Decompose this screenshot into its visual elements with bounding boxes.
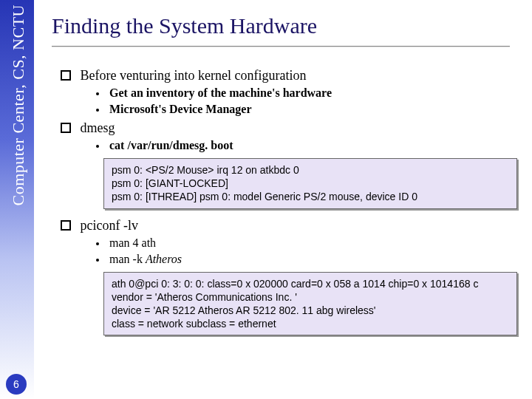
dot-bullet-icon xyxy=(96,92,99,95)
subbullet-text-italic: Atheros xyxy=(146,253,182,265)
bullet-text: dmesg xyxy=(81,120,115,135)
slide: Computer Center, CS, NCTU 6 Finding the … xyxy=(0,0,532,399)
subbullet-text-bold: /var/run/dmesg. boot xyxy=(127,139,233,151)
output-box-pciconf: ath 0@pci 0: 3: 0: 0: class=0 x 020000 c… xyxy=(103,272,517,336)
subbullet-text-prefix: cat xyxy=(109,139,127,151)
dot-bullet-icon xyxy=(96,242,99,245)
subbullet-text: Get an inventory of the machine's hardwa… xyxy=(109,86,332,99)
subbullet-text-prefix: man -k xyxy=(109,253,146,265)
square-bullet-icon xyxy=(61,70,71,81)
bullet-before-venturing: Before venturing into kernel configurati… xyxy=(61,68,525,83)
title-divider xyxy=(52,46,510,47)
page-number-badge: 6 xyxy=(6,374,27,395)
square-bullet-icon xyxy=(61,123,71,133)
subbullet-inventory: Get an inventory of the machine's hardwa… xyxy=(96,86,525,100)
bullet-text: Before venturing into kernel configurati… xyxy=(81,68,307,83)
subbullet-text-bold: Device Manager xyxy=(169,103,252,115)
bullet-text: pciconf -lv xyxy=(81,218,138,233)
sidebar: Computer Center, CS, NCTU xyxy=(0,0,34,399)
slide-body: Before venturing into kernel configurati… xyxy=(52,68,525,335)
page-number: 6 xyxy=(13,378,19,390)
subbullet-mank-atheros: man -k Atheros xyxy=(96,253,525,266)
bullet-pciconf: pciconf -lv xyxy=(61,218,525,233)
dot-bullet-icon xyxy=(96,109,99,112)
square-bullet-icon xyxy=(61,220,71,231)
slide-title: Finding the System Hardware xyxy=(52,13,525,38)
sidebar-label: Computer Center, CS, NCTU xyxy=(9,4,28,206)
dot-bullet-icon xyxy=(96,259,99,262)
subbullet-text: man 4 ath xyxy=(109,236,156,249)
dot-bullet-icon xyxy=(96,145,99,148)
subbullet-man4ath: man 4 ath xyxy=(96,236,525,250)
subbullet-cat-dmesg: cat /var/run/dmesg. boot xyxy=(96,139,525,152)
content-area: Finding the System Hardware Before ventu… xyxy=(52,0,525,399)
bullet-dmesg: dmesg xyxy=(61,120,525,136)
output-box-dmesg: psm 0: <PS/2 Mouse> irq 12 on atkbdc 0 p… xyxy=(103,158,517,209)
subbullet-text-prefix: Microsoft's xyxy=(109,103,169,115)
subbullet-device-manager: Microsoft's Device Manager xyxy=(96,103,525,116)
